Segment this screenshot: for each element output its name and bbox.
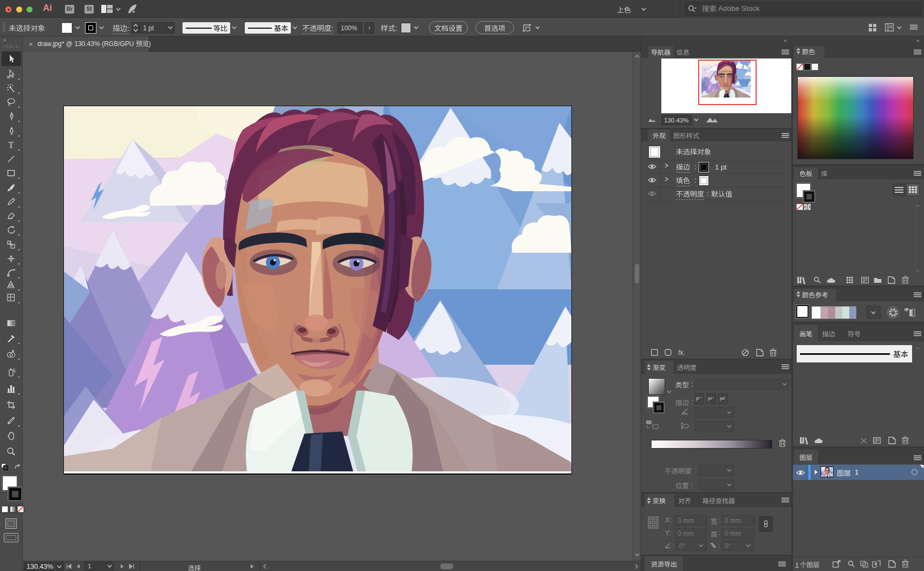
svg-text:T: T [9,140,14,150]
